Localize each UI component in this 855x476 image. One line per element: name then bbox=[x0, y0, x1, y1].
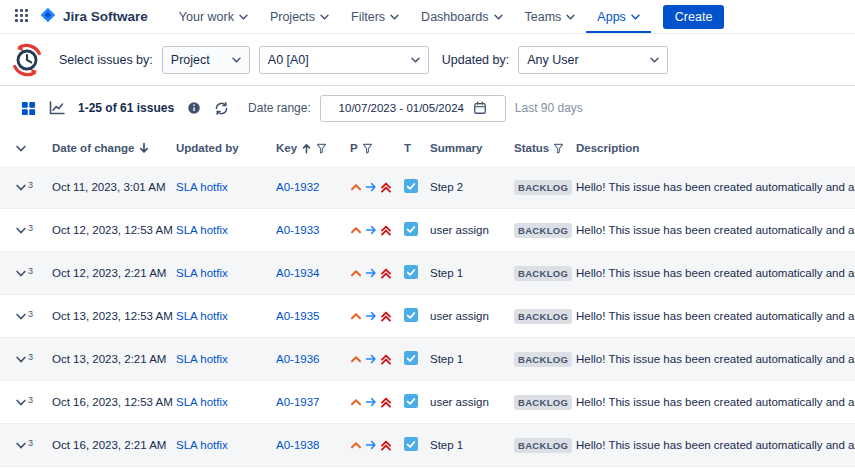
expand-row-button[interactable]: 3 bbox=[16, 184, 33, 192]
issue-history-app-logo bbox=[8, 41, 46, 79]
header-status[interactable]: Status bbox=[514, 142, 576, 154]
app-switcher-button[interactable] bbox=[8, 0, 35, 33]
issue-key-link[interactable]: A0-1932 bbox=[276, 181, 319, 193]
nav-teams[interactable]: Teams bbox=[514, 0, 587, 33]
filter-funnel-icon[interactable] bbox=[362, 143, 373, 154]
issue-type-cell bbox=[404, 308, 430, 324]
priority-high-icon bbox=[350, 310, 362, 322]
date-range-value: 10/07/2023 - 01/05/2024 bbox=[339, 102, 464, 114]
jira-diamond-icon bbox=[39, 6, 57, 27]
expand-row-button[interactable]: 3 bbox=[16, 270, 33, 278]
priority-high-icon bbox=[350, 181, 362, 193]
nav-apps[interactable]: Apps bbox=[586, 0, 651, 33]
chevron-down-icon bbox=[16, 270, 26, 277]
priority-highest-icon bbox=[380, 224, 392, 236]
issue-key-link[interactable]: A0-1937 bbox=[276, 396, 319, 408]
arrow-right-icon bbox=[365, 353, 377, 365]
updated-by-link[interactable]: SLA hotfix bbox=[176, 439, 228, 451]
updated-by-link[interactable]: SLA hotfix bbox=[176, 310, 228, 322]
updated-by-link[interactable]: SLA hotfix bbox=[176, 181, 228, 193]
change-count-badge: 3 bbox=[28, 353, 33, 361]
status-cell: BACKLOG bbox=[514, 309, 576, 324]
issue-history-table: Date of change Updated by Key P T Summar… bbox=[0, 130, 855, 467]
refresh-button[interactable] bbox=[212, 99, 231, 118]
create-button[interactable]: Create bbox=[663, 5, 725, 29]
expand-row-button[interactable]: 3 bbox=[16, 227, 33, 235]
task-type-icon bbox=[404, 437, 418, 451]
status-badge: BACKLOG bbox=[514, 438, 572, 453]
date-of-change-cell: Oct 12, 2023, 12:53 AM bbox=[52, 224, 176, 236]
arrow-right-icon bbox=[365, 224, 377, 236]
updated-by-link[interactable]: SLA hotfix bbox=[176, 353, 228, 365]
issue-key-link[interactable]: A0-1938 bbox=[276, 439, 319, 451]
updated-by-dropdown[interactable]: Any User bbox=[518, 46, 668, 74]
issue-type-cell bbox=[404, 394, 430, 410]
header-summary[interactable]: Summary bbox=[430, 142, 514, 154]
issue-key-link[interactable]: A0-1935 bbox=[276, 310, 319, 322]
description-cell: Hello! This issue has been created autom… bbox=[576, 224, 855, 236]
date-range-input[interactable]: 10/07/2023 - 01/05/2024 bbox=[320, 95, 506, 122]
calendar-icon[interactable] bbox=[473, 101, 487, 115]
header-description[interactable]: Description bbox=[576, 142, 855, 154]
chevron-down-icon bbox=[320, 14, 329, 20]
expand-row-button[interactable]: 3 bbox=[16, 399, 33, 407]
table-row: 3 Oct 13, 2023, 2:21 AM SLA hotfix A0-19… bbox=[0, 338, 855, 381]
status-cell: BACKLOG bbox=[514, 223, 576, 238]
updated-by-link[interactable]: SLA hotfix bbox=[176, 267, 228, 279]
expand-row-button[interactable]: 3 bbox=[16, 356, 33, 364]
priority-high-icon bbox=[350, 267, 362, 279]
change-count-badge: 3 bbox=[28, 267, 33, 275]
table-row: 3 Oct 16, 2023, 2:21 AM SLA hotfix A0-19… bbox=[0, 424, 855, 467]
header-date-of-change[interactable]: Date of change bbox=[52, 142, 176, 154]
priority-change-cell bbox=[350, 224, 404, 236]
date-of-change-cell: Oct 16, 2023, 12:53 AM bbox=[52, 396, 176, 408]
issue-key-link[interactable]: A0-1933 bbox=[276, 224, 319, 236]
priority-change-cell bbox=[350, 439, 404, 451]
priority-high-icon bbox=[350, 439, 362, 451]
header-type[interactable]: T bbox=[404, 142, 430, 154]
summary-cell: Step 1 bbox=[430, 439, 514, 451]
issue-key-link[interactable]: A0-1936 bbox=[276, 353, 319, 365]
main-menu: Your work Projects Filters Dashboards Te… bbox=[168, 0, 651, 33]
task-type-icon bbox=[404, 265, 418, 279]
chart-view-button[interactable] bbox=[47, 99, 67, 117]
header-priority[interactable]: P bbox=[350, 142, 404, 154]
expand-row-button[interactable]: 3 bbox=[16, 442, 33, 450]
arrow-right-icon bbox=[365, 396, 377, 408]
nav-projects[interactable]: Projects bbox=[259, 0, 340, 33]
info-icon[interactable] bbox=[185, 99, 203, 117]
updated-by-link[interactable]: SLA hotfix bbox=[176, 396, 228, 408]
priority-high-icon bbox=[350, 224, 362, 236]
header-updated-by[interactable]: Updated by bbox=[176, 142, 276, 154]
app-switcher-grid-icon bbox=[14, 8, 29, 26]
header-key[interactable]: Key bbox=[276, 142, 350, 154]
filter-funnel-icon[interactable] bbox=[316, 143, 327, 154]
change-count-badge: 3 bbox=[28, 439, 33, 447]
expand-all-button[interactable] bbox=[16, 145, 52, 152]
description-cell: Hello! This issue has been created autom… bbox=[576, 353, 855, 365]
description-cell: Hello! This issue has been created autom… bbox=[576, 181, 855, 193]
status-cell: BACKLOG bbox=[514, 395, 576, 410]
date-of-change-cell: Oct 12, 2023, 2:21 AM bbox=[52, 267, 176, 279]
nav-dashboards[interactable]: Dashboards bbox=[410, 0, 513, 33]
project-dropdown[interactable]: A0 [A0] bbox=[259, 46, 429, 74]
description-cell: Hello! This issue has been created autom… bbox=[576, 396, 855, 408]
nav-filters[interactable]: Filters bbox=[340, 0, 410, 33]
priority-change-cell bbox=[350, 267, 404, 279]
chevron-down-icon bbox=[566, 14, 575, 20]
table-row: 3 Oct 11, 2023, 3:01 AM SLA hotfix A0-19… bbox=[0, 166, 855, 209]
task-type-icon bbox=[404, 222, 418, 236]
chevron-down-icon bbox=[16, 227, 26, 234]
nav-your-work[interactable]: Your work bbox=[168, 0, 259, 33]
chevron-down-icon bbox=[16, 442, 26, 449]
priority-highest-icon bbox=[380, 267, 392, 279]
change-count-badge: 3 bbox=[28, 181, 33, 189]
jira-logo[interactable]: Jira Software bbox=[39, 0, 148, 33]
issue-key-link[interactable]: A0-1934 bbox=[276, 267, 319, 279]
grid-view-button[interactable] bbox=[19, 99, 38, 118]
arrow-right-icon bbox=[365, 310, 377, 322]
filter-funnel-icon[interactable] bbox=[553, 143, 564, 154]
updated-by-link[interactable]: SLA hotfix bbox=[176, 224, 228, 236]
expand-row-button[interactable]: 3 bbox=[16, 313, 33, 321]
select-issues-by-dropdown[interactable]: Project bbox=[162, 46, 250, 74]
